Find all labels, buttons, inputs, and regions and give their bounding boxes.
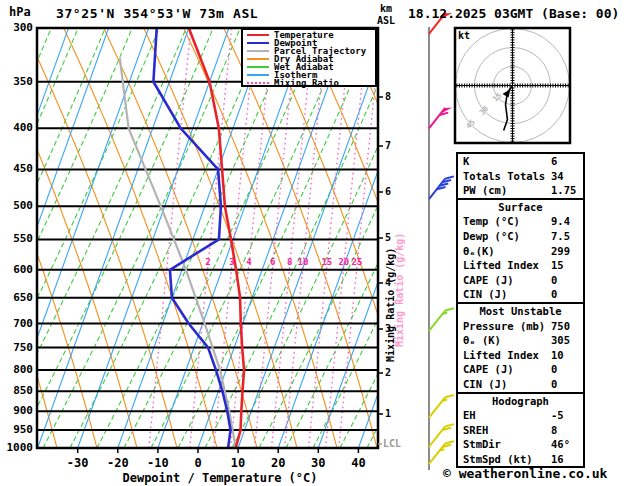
legend-line-sample <box>247 82 269 84</box>
table-row-label: CIN (J) <box>463 378 507 390</box>
table-row: EH-5 <box>458 408 583 423</box>
sounding-stats-table: K6Totals Totals34PW (cm)1.75SurfaceTemp … <box>456 152 585 468</box>
table-row-label: CIN (J) <box>463 288 507 300</box>
table-row-value: 34 <box>551 169 564 184</box>
dewpoint-curve <box>153 28 230 448</box>
isotherm-line <box>78 28 229 448</box>
table-row-label: Lifted Index <box>463 259 539 271</box>
table-row-label: StmSpd (kt) <box>463 453 533 465</box>
temp-tick-label: 20 <box>258 456 298 470</box>
pressure-tick-label: 450 <box>1 162 33 175</box>
hodograph-plot: 153045 <box>455 28 570 143</box>
wind-barb-staff <box>429 108 445 128</box>
isotherm-line <box>118 28 269 448</box>
table-row-value: 9.4 <box>551 214 570 229</box>
mixing-ratio-value-label: 2 <box>198 257 218 267</box>
table-row-label: θₑ (K) <box>463 334 501 346</box>
table-row-label: K <box>463 155 469 167</box>
mixing-ratio-line <box>149 28 191 448</box>
table-row-value: 0 <box>551 273 557 288</box>
pressure-tick-label: 500 <box>1 199 33 212</box>
table-row: Temp (°C)9.4 <box>458 214 583 229</box>
pressure-unit-label: hPa <box>9 5 31 19</box>
table-row-value: 750 <box>551 319 570 334</box>
table-row-label: Lifted Index <box>463 349 539 361</box>
table-row: Lifted Index10 <box>458 348 583 363</box>
wind-barb-half-feather <box>442 313 447 314</box>
table-row-label: θₑ(K) <box>463 245 495 257</box>
wind-barb-feather <box>445 395 454 397</box>
wind-barb-half-feather <box>442 400 447 401</box>
wet-adiabat-line <box>70 28 267 448</box>
datetime-title: 18.12.2025 03GMT (Base: 00) <box>408 6 619 21</box>
temperature-curve <box>189 28 244 448</box>
table-row-label: StmDir <box>463 438 501 450</box>
temp-tick-label: 40 <box>338 456 378 470</box>
mixing-ratio-line <box>285 28 327 448</box>
km-tick-label: 6 <box>385 186 391 197</box>
table-row-label: PW (cm) <box>463 184 507 196</box>
table-row: Pressure (mb)750 <box>458 319 583 334</box>
table-row-value: 8 <box>551 423 557 438</box>
km-tick-label: 7 <box>385 140 391 151</box>
isotherm-line <box>38 28 189 448</box>
table-row: CIN (J)0 <box>458 377 583 392</box>
pressure-tick-label: 600 <box>1 263 33 276</box>
pressure-tick-label: 300 <box>1 21 33 34</box>
table-row-value: 305 <box>551 333 570 348</box>
parcel-trajectory-curve <box>120 58 236 448</box>
table-row-value: 0 <box>551 377 557 392</box>
table-row-value: 7.5 <box>551 229 570 244</box>
pressure-tick-label: 750 <box>1 341 33 354</box>
isotherm-line <box>158 28 309 448</box>
legend-line-sample <box>247 66 269 68</box>
km-tick-label: 5 <box>385 232 391 243</box>
temp-tick-label: 10 <box>218 456 258 470</box>
pressure-tick-label: 700 <box>1 317 33 330</box>
table-section-title: Most Unstable <box>458 304 583 319</box>
table-row-label: Pressure (mb) <box>463 320 545 332</box>
wet-adiabat-line <box>259 28 456 448</box>
lcl-label: LCL <box>383 438 401 449</box>
table-row: StmSpd (kt)16 <box>458 452 583 467</box>
hodograph-unit-label: kt <box>458 30 470 41</box>
wind-barb-feather <box>445 308 454 310</box>
legend-box: TemperatureDewpointParcel TrajectoryDry … <box>241 28 377 87</box>
legend-item: Mixing Ratio <box>247 79 375 87</box>
mixing-ratio-value-label: 10 <box>293 257 313 267</box>
pressure-tick-label: 1000 <box>1 441 33 454</box>
table-row-label: SREH <box>463 424 488 436</box>
skewt-sounding-screen: { "header": { "pressure_unit": "hPa", "l… <box>0 0 629 486</box>
table-section-title: Hodograph <box>458 394 583 409</box>
legend-line-sample <box>247 74 269 76</box>
wind-barb-half-feather <box>440 449 445 450</box>
pressure-tick-label: 900 <box>1 404 33 417</box>
temp-tick-label: -10 <box>138 456 178 470</box>
temp-tick-label: -30 <box>58 456 98 470</box>
table-row: PW (cm)1.75 <box>458 183 583 198</box>
pressure-tick-label: 850 <box>1 384 33 397</box>
km-tick-label: 1 <box>385 408 391 419</box>
legend-line-sample <box>247 34 269 36</box>
mixing-ratio-line <box>231 28 273 448</box>
isotherm-line <box>238 28 389 448</box>
location-title: 37°25'N 354°53'W 73m ASL <box>56 6 258 21</box>
table-row-label: CAPE (J) <box>463 274 514 286</box>
table-row-value: 0 <box>551 362 557 377</box>
legend-item-label: Mixing Ratio <box>274 79 339 87</box>
table-row: StmDir46° <box>458 437 583 452</box>
table-row-label: Temp (°C) <box>463 215 520 227</box>
table-row-value: 6 <box>551 154 557 169</box>
table-row: θₑ (K)305 <box>458 333 583 348</box>
table-row: Lifted Index15 <box>458 258 583 273</box>
mixing-ratio-value-label: 25 <box>347 257 367 267</box>
wind-barb-feather <box>445 424 454 426</box>
pressure-tick-label: 650 <box>1 291 33 304</box>
table-row: Totals Totals34 <box>458 169 583 184</box>
table-row-value: 46° <box>551 437 570 452</box>
temperature-axis-label: Dewpoint / Temperature (°C) <box>90 471 350 485</box>
table-row-value: 15 <box>551 258 564 273</box>
mixing-ratio-line <box>309 28 351 448</box>
pressure-tick-label: 950 <box>1 423 33 436</box>
altitude-unit-asl: ASL <box>377 15 395 26</box>
